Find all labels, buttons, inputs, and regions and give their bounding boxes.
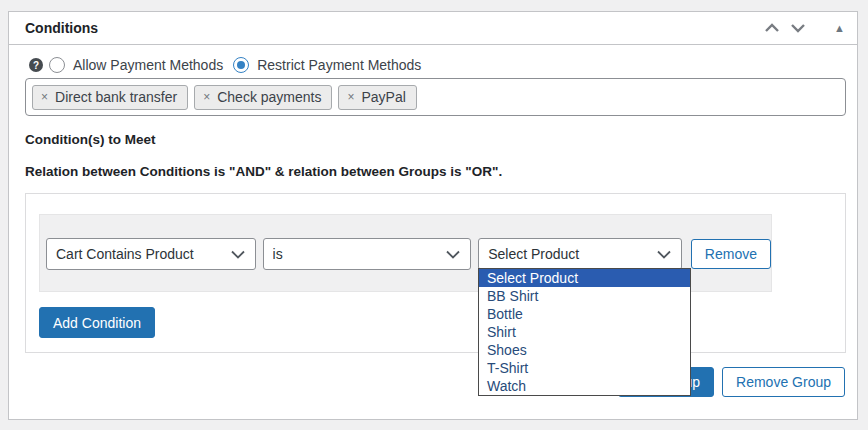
move-down-icon[interactable] (790, 23, 806, 33)
metabox-title: Conditions (25, 20, 98, 36)
allow-payment-methods-label[interactable]: Allow Payment Methods (73, 57, 223, 73)
condition-field-value: Cart Contains Product (56, 246, 231, 262)
collapse-toggle-icon[interactable]: ▲ (834, 23, 845, 34)
dropdown-option[interactable]: Shoes (479, 341, 690, 359)
payment-gateways-multiselect[interactable]: × Direct bank transfer × Check payments … (25, 78, 846, 116)
move-up-icon[interactable] (764, 23, 780, 33)
metabox-header: Conditions ▲ (9, 12, 857, 45)
remove-tag-icon[interactable]: × (203, 90, 210, 104)
chevron-down-icon (446, 246, 460, 262)
dropdown-option[interactable]: Shirt (479, 323, 690, 341)
dropdown-option[interactable]: Select Product (479, 269, 690, 287)
metabox-body: ? Allow Payment Methods Restrict Payment… (9, 45, 857, 397)
condition-operator-value: is (273, 246, 447, 262)
condition-product-value: Select Product (488, 246, 657, 262)
dropdown-option[interactable]: Watch (479, 377, 690, 395)
conditions-to-meet-heading: Condition(s) to Meet (25, 132, 846, 147)
restrict-payment-methods-label[interactable]: Restrict Payment Methods (257, 57, 421, 73)
remove-tag-icon[interactable]: × (347, 90, 354, 104)
gateway-tag-label: Direct bank transfer (55, 89, 177, 105)
chevron-down-icon (231, 246, 245, 262)
condition-operator-select[interactable]: is (263, 238, 472, 270)
condition-group: Cart Contains Product is Select Product (25, 193, 846, 353)
allow-payment-methods-radio[interactable] (49, 57, 65, 73)
payment-mode-row: ? Allow Payment Methods Restrict Payment… (29, 57, 846, 73)
remove-group-button[interactable]: Remove Group (722, 367, 845, 397)
product-dropdown-list: Select Product BB Shirt Bottle Shirt Sho… (478, 268, 691, 396)
chevron-down-icon (657, 246, 671, 262)
conditions-metabox: Conditions ▲ ? Allow Payment Methods Res… (8, 11, 858, 420)
gateway-tag-label: Check payments (217, 89, 321, 105)
help-icon[interactable]: ? (29, 58, 43, 72)
dropdown-option[interactable]: T-Shirt (479, 359, 690, 377)
gateway-tag[interactable]: × Check payments (194, 85, 332, 110)
restrict-payment-methods-radio[interactable] (233, 57, 249, 73)
condition-product-select[interactable]: Select Product (478, 238, 682, 270)
add-condition-button[interactable]: Add Condition (39, 307, 155, 338)
group-actions: Add Group Remove Group (25, 367, 846, 397)
gateway-tag[interactable]: × PayPal (338, 85, 416, 110)
gateway-tag[interactable]: × Direct bank transfer (32, 85, 188, 110)
condition-row: Cart Contains Product is Select Product (46, 238, 771, 270)
dropdown-option[interactable]: BB Shirt (479, 287, 690, 305)
remove-condition-button[interactable]: Remove (691, 239, 771, 269)
relation-note: Relation between Conditions is "AND" & r… (25, 164, 846, 179)
remove-tag-icon[interactable]: × (41, 90, 48, 104)
gateway-tag-label: PayPal (362, 89, 406, 105)
condition-field-select[interactable]: Cart Contains Product (46, 238, 256, 270)
dropdown-option[interactable]: Bottle (479, 305, 690, 323)
